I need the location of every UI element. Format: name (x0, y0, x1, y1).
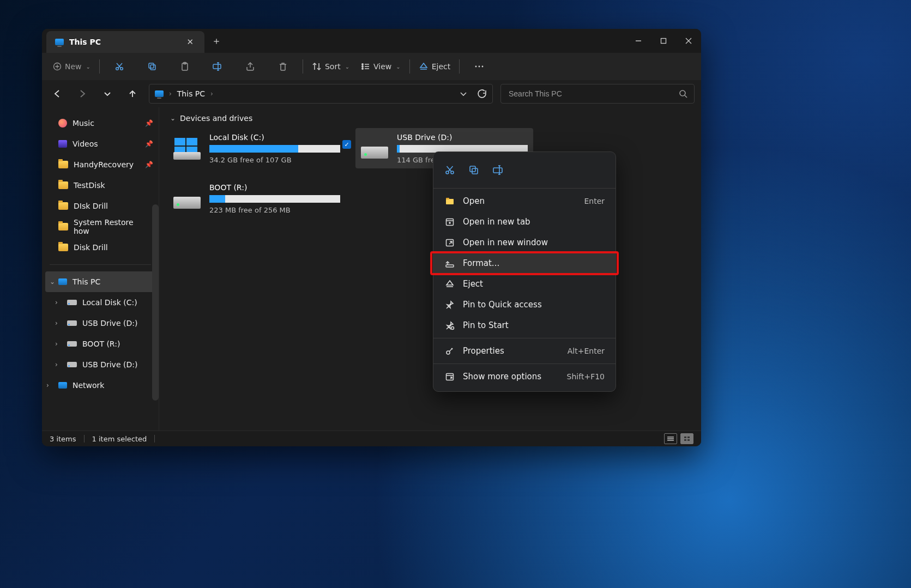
tree-item-usb-drive-d-[interactable]: ›USB Drive (D:) (42, 354, 159, 375)
folder-icon (58, 202, 68, 210)
tree-item-usb-drive-d-[interactable]: ›USB Drive (D:) (42, 313, 159, 334)
sidebar-item-music[interactable]: Music📌 (42, 113, 159, 134)
pin-icon (444, 300, 455, 310)
menu-item-eject[interactable]: Eject (433, 274, 616, 294)
tiles-view-button[interactable] (680, 433, 693, 444)
up-button[interactable] (124, 85, 141, 102)
menu-item-open[interactable]: OpenEnter (433, 191, 616, 211)
windows-drive-icon (173, 138, 201, 159)
folder-icon (58, 161, 68, 168)
maximize-button[interactable] (651, 29, 676, 53)
cut-button[interactable] (103, 57, 136, 76)
view-label: View (373, 62, 391, 71)
new-button[interactable]: New ⌄ (47, 57, 96, 76)
group-header-label: Devices and drives (180, 114, 252, 123)
drive-icon (67, 300, 77, 305)
highlight-box (430, 251, 619, 275)
svg-rect-37 (687, 439, 690, 441)
tree-item-label: This PC (73, 277, 100, 286)
menu-item-format-[interactable]: Format... (433, 253, 616, 274)
scissors-icon[interactable] (444, 165, 455, 175)
svg-rect-42 (470, 166, 475, 172)
props-icon (444, 346, 455, 356)
svg-rect-15 (213, 64, 221, 69)
svg-point-21 (362, 66, 363, 67)
tab-this-pc[interactable]: This PC ✕ (46, 31, 204, 53)
sidebar-scrollbar[interactable] (152, 204, 159, 401)
expander-icon[interactable]: › (46, 381, 49, 389)
close-tab-button[interactable]: ✕ (183, 35, 197, 49)
search-box[interactable] (500, 84, 695, 104)
breadcrumb[interactable]: This PC (177, 89, 205, 98)
details-view-button[interactable] (664, 433, 677, 444)
minimize-button[interactable] (626, 29, 651, 53)
pinstart-icon (444, 320, 455, 330)
sidebar-item-videos[interactable]: Videos📌 (42, 134, 159, 154)
expander-icon[interactable]: › (55, 361, 58, 368)
tree-item-label: BOOT (R:) (82, 340, 120, 348)
menu-item-properties[interactable]: PropertiesAlt+Enter (433, 341, 616, 361)
view-icon (360, 62, 370, 71)
expander-icon[interactable]: › (55, 319, 58, 327)
menu-item-open-in-new-tab[interactable]: Open in new tab (433, 211, 616, 232)
delete-button[interactable] (267, 57, 299, 76)
close-window-button[interactable] (676, 29, 701, 53)
tree-item-local-disk-c-[interactable]: ›Local Disk (C:) (42, 292, 159, 313)
group-header-devices[interactable]: ⌄ Devices and drives (168, 114, 692, 123)
copy-icon[interactable] (468, 165, 479, 175)
back-button[interactable] (49, 85, 66, 102)
tree-item-boot-r-[interactable]: ›BOOT (R:) (42, 334, 159, 354)
rename-button[interactable] (201, 57, 234, 76)
sidebar-item-testdisk[interactable]: TestDisk (42, 175, 159, 196)
paste-button[interactable] (168, 57, 201, 76)
svg-rect-1 (661, 39, 666, 44)
copy-button[interactable] (136, 57, 168, 76)
sidebar-item-handyrecovery[interactable]: HandyRecovery📌 (42, 154, 159, 175)
eject-button[interactable]: Eject (413, 57, 456, 76)
tree-item-this-pc[interactable]: ⌄This PC (45, 271, 155, 292)
svg-rect-48 (446, 199, 454, 204)
menu-item-shortcut: Shift+F10 (567, 372, 605, 381)
svg-point-56 (451, 327, 454, 330)
sidebar-item-disk-drill[interactable]: DIsk Drill (42, 196, 159, 216)
share-button[interactable] (234, 57, 267, 76)
address-bar[interactable]: › This PC › (149, 84, 493, 104)
view-button[interactable]: View ⌄ (355, 57, 406, 76)
status-bar: 3 items 1 item selected (42, 431, 701, 446)
more-button[interactable] (463, 57, 496, 76)
menu-item-open-in-new-window[interactable]: Open in new window (433, 232, 616, 253)
menu-item-show-more-options[interactable]: Show more optionsShift+F10 (433, 366, 616, 387)
share-icon (245, 62, 255, 71)
chevron-right-icon: › (210, 90, 213, 98)
status-selected-count: 1 item selected (92, 435, 147, 443)
address-dropdown[interactable] (460, 90, 467, 98)
net-icon (58, 382, 67, 389)
drive-tile-local-disk-c-[interactable]: Local Disk (C:) 34.2 GB free of 107 GB (168, 128, 346, 168)
sidebar-item-disk-drill[interactable]: Disk Drill (42, 237, 159, 258)
svg-rect-44 (493, 168, 502, 173)
menu-item-pin-to-start[interactable]: Pin to Start (433, 315, 616, 336)
menu-item-pin-to-quick-access[interactable]: Pin to Quick access (433, 294, 616, 315)
recent-dropdown[interactable] (99, 85, 116, 102)
search-input[interactable] (508, 89, 679, 99)
status-item-count: 3 items (50, 435, 76, 443)
forward-button[interactable] (74, 85, 91, 102)
tree-item-network[interactable]: ›Network (42, 375, 159, 396)
scissors-icon (114, 62, 124, 71)
new-tab-button[interactable]: ＋ (204, 29, 228, 53)
expander-icon[interactable]: › (55, 299, 58, 306)
sort-button[interactable]: Sort ⌄ (306, 57, 355, 76)
svg-point-23 (362, 68, 363, 69)
expander-icon[interactable]: ⌄ (50, 278, 55, 286)
refresh-button[interactable] (477, 89, 487, 99)
drive-tile-boot-r-[interactable]: BOOT (R:) 223 MB free of 256 MB (168, 178, 346, 219)
tree-item-label: USB Drive (D:) (82, 319, 137, 328)
rename-icon[interactable] (492, 165, 504, 175)
newtab-icon (444, 217, 455, 227)
expander-icon[interactable]: › (55, 340, 58, 348)
sidebar-item-system-restore-how[interactable]: System Restore how (42, 216, 159, 237)
folder-icon (58, 181, 68, 189)
svg-rect-12 (150, 65, 155, 70)
sort-label: Sort (325, 62, 341, 71)
menu-item-label: Show more options (463, 372, 541, 381)
